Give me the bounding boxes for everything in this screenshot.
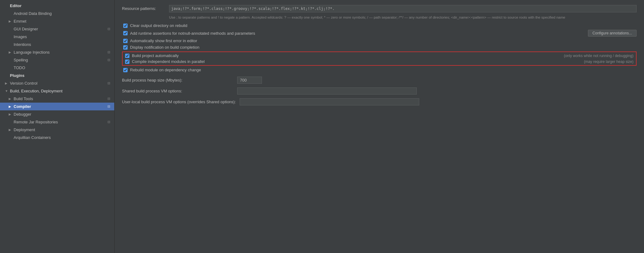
remote-jar-copy-icon: ⊟ bbox=[107, 120, 112, 124]
configure-annotations-button[interactable]: Configure annotations... bbox=[588, 30, 637, 37]
language-injections-copy-icon: ⊟ bbox=[107, 50, 112, 55]
user-local-vm-row: User-local build process VM options (ove… bbox=[122, 98, 637, 105]
sidebar-item-version-control[interactable]: ▶ Version Control ⊟ bbox=[0, 79, 114, 87]
compiler-copy-icon: ⊟ bbox=[107, 104, 112, 109]
sidebar-item-android-data-binding-label: Android Data Binding bbox=[14, 11, 112, 16]
sidebar-item-images[interactable]: Images bbox=[0, 33, 114, 41]
build-auto-note: (only works while not running / debuggin… bbox=[564, 54, 633, 58]
main-content: Resource patterns: Use ; to separate pat… bbox=[115, 0, 644, 253]
build-auto-with-note: Build project automatically (only works … bbox=[125, 53, 633, 58]
compile-parallel-label[interactable]: Compile independent modules in parallel bbox=[132, 59, 578, 64]
shared-vm-label: Shared build process VM options: bbox=[122, 89, 233, 93]
sidebar-item-debugger[interactable]: ▶ Debugger bbox=[0, 110, 114, 118]
sidebar-item-deployment[interactable]: ▶ Deployment bbox=[0, 126, 114, 134]
sidebar-item-gui-designer-label: GUI Designer bbox=[14, 27, 106, 31]
build-auto-row: Build project automatically (only works … bbox=[124, 53, 633, 58]
build-execution-deployment-arrow-icon: ▼ bbox=[5, 89, 9, 93]
sidebar-item-language-injections-label: Language Injections bbox=[14, 50, 106, 55]
rebuild-module-row: Rebuild module on dependency change bbox=[122, 68, 637, 72]
red-border-group: Build project automatically (only works … bbox=[122, 51, 637, 66]
compile-parallel-note: (may require larger heap size) bbox=[584, 60, 633, 64]
debugger-arrow-icon: ▶ bbox=[9, 113, 13, 116]
language-injections-arrow-icon: ▶ bbox=[9, 51, 13, 54]
sidebar-item-compiler[interactable]: ▶ Compiler ⊟ bbox=[0, 103, 114, 110]
display-notification-checkbox[interactable] bbox=[123, 45, 128, 50]
sidebar-item-android-data-binding[interactable]: Android Data Binding bbox=[0, 10, 114, 17]
clear-output-label[interactable]: Clear output directory on rebuild bbox=[130, 23, 637, 28]
sidebar-item-language-injections[interactable]: ▶ Language Injections ⊟ bbox=[0, 48, 114, 56]
spelling-copy-icon: ⊟ bbox=[107, 58, 112, 62]
clear-output-checkbox[interactable] bbox=[123, 24, 128, 28]
sidebar-item-todo-label: TODO bbox=[14, 65, 112, 70]
build-auto-left: Build project automatically bbox=[125, 53, 558, 58]
shared-vm-row: Shared build process VM options: bbox=[122, 87, 637, 95]
gui-designer-copy-icon: ⊟ bbox=[107, 27, 112, 31]
heap-size-input[interactable] bbox=[237, 77, 262, 84]
sidebar-item-remote-jar-repositories[interactable]: Remote Jar Repositories ⊟ bbox=[0, 118, 114, 126]
build-tools-copy-icon: ⊟ bbox=[107, 97, 112, 101]
clear-output-row: Clear output directory on rebuild bbox=[122, 23, 637, 28]
version-control-copy-icon: ⊟ bbox=[107, 81, 112, 86]
add-runtime-label[interactable]: Add runtime assertions for notnull-annot… bbox=[130, 31, 581, 36]
user-local-vm-input[interactable] bbox=[240, 98, 419, 105]
resource-patterns-label: Resource patterns: bbox=[122, 5, 165, 11]
compile-parallel-left: Compile independent modules in parallel bbox=[125, 59, 578, 64]
display-notification-label[interactable]: Display notification on build completion bbox=[130, 45, 637, 50]
display-notification-row: Display notification on build completion bbox=[122, 45, 637, 50]
sidebar-item-intentions[interactable]: Intentions bbox=[0, 41, 114, 48]
sidebar-plugins-title: Plugins bbox=[0, 72, 114, 79]
compile-parallel-with-note: Compile independent modules in parallel … bbox=[125, 59, 633, 64]
resource-patterns-hint: Use ; to separate patterns and ! to nega… bbox=[169, 15, 637, 20]
build-auto-checkbox[interactable] bbox=[125, 54, 129, 58]
rebuild-module-label[interactable]: Rebuild module on dependency change bbox=[130, 68, 637, 72]
compile-parallel-checkbox[interactable] bbox=[125, 60, 129, 64]
sidebar-item-remote-jar-repositories-label: Remote Jar Repositories bbox=[14, 120, 106, 124]
sidebar-item-build-tools-label: Build Tools bbox=[14, 96, 106, 101]
compiler-arrow-icon: ▶ bbox=[9, 105, 13, 108]
sidebar-item-emmet-label: Emmet bbox=[14, 19, 112, 24]
sidebar-item-version-control-label: Version Control bbox=[10, 81, 106, 86]
sidebar-section-editor-label: Editor bbox=[10, 3, 112, 8]
sidebar-item-images-label: Images bbox=[14, 34, 112, 39]
sidebar-item-deployment-label: Deployment bbox=[14, 127, 112, 132]
sidebar-item-debugger-label: Debugger bbox=[14, 112, 112, 117]
sidebar-item-spelling-label: Spelling bbox=[14, 58, 106, 62]
build-auto-label[interactable]: Build project automatically bbox=[132, 53, 558, 58]
sidebar: Editor Android Data Binding ▶ Emmet GUI … bbox=[0, 0, 115, 253]
sidebar-item-build-execution-deployment[interactable]: ▼ Build, Execution, Deployment bbox=[0, 87, 114, 95]
deployment-arrow-icon: ▶ bbox=[9, 128, 13, 131]
show-first-error-row: Automatically show first error in editor bbox=[122, 38, 637, 43]
sidebar-editor-title: Editor bbox=[0, 2, 114, 10]
add-runtime-row: Add runtime assertions for notnull-annot… bbox=[122, 30, 637, 37]
sidebar-item-gui-designer[interactable]: GUI Designer ⊟ bbox=[0, 25, 114, 33]
sidebar-item-spelling[interactable]: Spelling ⊟ bbox=[0, 56, 114, 64]
sidebar-item-intentions-label: Intentions bbox=[14, 42, 112, 47]
show-first-error-checkbox[interactable] bbox=[123, 39, 128, 43]
sidebar-item-arquillian-containers-label: Arquillian Containers bbox=[14, 135, 112, 140]
sidebar-item-emmet[interactable]: ▶ Emmet bbox=[0, 17, 114, 25]
shared-vm-input[interactable] bbox=[237, 87, 417, 95]
heap-size-row: Build process heap size (Mbytes): bbox=[122, 77, 637, 84]
sidebar-item-build-execution-deployment-label: Build, Execution, Deployment bbox=[10, 89, 112, 93]
heap-size-label: Build process heap size (Mbytes): bbox=[122, 78, 233, 82]
resource-patterns-row: Resource patterns: bbox=[122, 5, 637, 12]
sidebar-item-arquillian-containers[interactable]: Arquillian Containers bbox=[0, 134, 114, 141]
compile-parallel-row: Compile independent modules in parallel … bbox=[124, 59, 633, 64]
add-runtime-checkbox[interactable] bbox=[123, 31, 128, 35]
sidebar-item-compiler-label: Compiler bbox=[14, 104, 106, 109]
sidebar-item-todo[interactable]: TODO bbox=[0, 64, 114, 72]
resource-patterns-input[interactable] bbox=[169, 5, 637, 12]
sidebar-item-build-tools[interactable]: ▶ Build Tools ⊟ bbox=[0, 95, 114, 103]
version-control-arrow-icon: ▶ bbox=[5, 82, 9, 85]
sidebar-section-plugins-label: Plugins bbox=[10, 73, 112, 78]
show-first-error-label[interactable]: Automatically show first error in editor bbox=[130, 38, 637, 43]
rebuild-module-checkbox[interactable] bbox=[123, 68, 128, 72]
user-local-vm-label: User-local build process VM options (ove… bbox=[122, 100, 236, 104]
build-tools-arrow-icon: ▶ bbox=[9, 97, 13, 100]
emmet-arrow-icon: ▶ bbox=[9, 20, 13, 23]
